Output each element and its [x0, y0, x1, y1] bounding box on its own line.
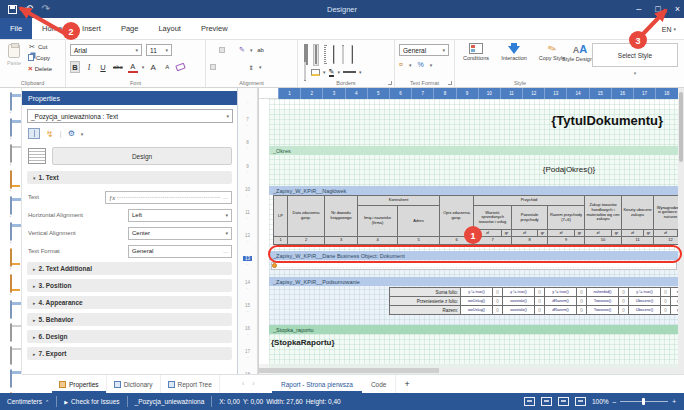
- columns-view-icon[interactable]: [28, 128, 40, 139]
- grow-font-button[interactable]: A: [148, 61, 158, 73]
- font-size-select[interactable]: 11▾: [146, 44, 172, 56]
- close-button[interactable]: ×: [675, 4, 680, 14]
- select-style-chevron[interactable]: ▾: [592, 70, 678, 76]
- band-naglowek[interactable]: _Zapisy_W_KPiR__Nagłówek: [269, 186, 678, 195]
- interaction-button[interactable]: Interaction: [495, 43, 533, 62]
- horizontal-alignment-select[interactable]: Left▾: [128, 209, 232, 222]
- vertical-alignment-select[interactable]: Center▾: [128, 227, 232, 240]
- font-color-chevron[interactable]: ▾: [142, 64, 145, 70]
- check-for-issues-button[interactable]: ▶ Check for Issues: [57, 396, 127, 407]
- ribbon-tab[interactable]: Home: [32, 18, 72, 39]
- tab-report-page[interactable]: Raport - Strona pierwsza: [272, 375, 362, 393]
- ribbon-tab[interactable]: Preview: [191, 18, 238, 39]
- toolbox-item[interactable]: [0, 347, 21, 365]
- zoom-out-button[interactable]: –: [613, 398, 617, 405]
- view-mode-2-icon[interactable]: [541, 397, 552, 406]
- toolbox-item[interactable]: ›: [0, 223, 21, 244]
- ribbon-tab[interactable]: File: [0, 18, 32, 39]
- rotate-text-icon[interactable]: ab: [256, 44, 266, 56]
- text-format-field[interactable]: General…: [128, 245, 232, 258]
- horizontal-scrollbar[interactable]: [259, 368, 678, 373]
- gear-chevron[interactable]: ▾: [81, 131, 84, 137]
- cut-button[interactable]: ✂ Cut: [28, 43, 52, 51]
- collapsed-section[interactable]: ▸2. Text Additional: [27, 262, 232, 275]
- tab-dictionary[interactable]: Dictionary: [107, 375, 161, 393]
- font-family-select[interactable]: Arial▾: [70, 44, 142, 56]
- toolbox-item[interactable]: ›: [0, 93, 21, 114]
- gear-icon[interactable]: ⚙: [68, 129, 75, 138]
- zoom-in-button[interactable]: +: [672, 398, 676, 405]
- toolbox-item[interactable]: [0, 301, 21, 319]
- collapsed-section[interactable]: ▸6. Design: [27, 330, 232, 343]
- podaj-okres-text[interactable]: {PodajOkres()}: [509, 165, 629, 174]
- clear-format-icon[interactable]: [175, 63, 186, 72]
- delete-button[interactable]: × Delete: [28, 64, 52, 73]
- strikethrough-button[interactable]: abc: [112, 61, 124, 73]
- line-spacing-icon[interactable]: ⇕: [246, 61, 256, 73]
- band-podsumowanie[interactable]: _Zapisy_W_KPiR__Podsumowanie: [269, 277, 678, 286]
- paste-button[interactable]: Paste: [4, 44, 24, 76]
- report-page[interactable]: {TytulDokumentu} _Okres {PodajOkres()} _…: [259, 99, 678, 364]
- vertical-scrollbar[interactable]: [678, 88, 684, 374]
- bold-button[interactable]: B: [70, 61, 80, 73]
- align-right-button[interactable]: [228, 64, 234, 70]
- summary-table[interactable]: Suma folio: y != true()()y != true()()y …: [389, 288, 678, 315]
- border-color-icon[interactable]: ✎: [329, 68, 335, 77]
- align-top-button[interactable]: [210, 47, 216, 53]
- copy-button[interactable]: Copy: [28, 54, 52, 61]
- conditions-button[interactable]: Conditions: [457, 43, 495, 62]
- toolbox-item[interactable]: [0, 370, 21, 388]
- percent-format-icon[interactable]: %: [417, 61, 423, 68]
- collapsed-section[interactable]: ▸7. Export: [27, 347, 232, 360]
- band-okres[interactable]: _Okres: [269, 146, 678, 155]
- shrink-font-button[interactable]: A: [162, 61, 172, 73]
- format-brush-icon[interactable]: ✎: [237, 44, 247, 56]
- toolbox-item[interactable]: [0, 324, 21, 342]
- toolbox-item[interactable]: ›: [0, 275, 21, 296]
- events-icon[interactable]: ↯: [46, 129, 54, 139]
- view-mode-1-icon[interactable]: [524, 397, 535, 406]
- text-format-select[interactable]: General▾: [399, 44, 449, 56]
- currency-format-icon[interactable]: ¤: [399, 61, 403, 68]
- toolbox-item[interactable]: ›: [0, 171, 21, 192]
- text-value-input[interactable]: ƒx -------------------------------------…: [105, 191, 232, 204]
- select-style-box[interactable]: Select Style: [592, 43, 678, 67]
- align-left-button[interactable]: [210, 64, 216, 70]
- borders-dialog-launcher[interactable]: [388, 81, 392, 85]
- stopka-raportu-text[interactable]: {StopkaRaportu}: [271, 338, 335, 347]
- collapsed-section[interactable]: ▸3. Position: [27, 279, 232, 292]
- align-bottom-button[interactable]: [228, 47, 234, 53]
- report-title-text[interactable]: {TytulDokumentu}: [409, 113, 663, 128]
- fill-color-icon[interactable]: [311, 69, 320, 76]
- collapsed-section[interactable]: ▸4. Appearance: [27, 296, 232, 309]
- view-mode-4-icon[interactable]: [575, 397, 586, 406]
- selected-row-pozycja-uniewazniona[interactable]: ----------------------------------------…: [271, 262, 677, 270]
- font-color-button[interactable]: A: [128, 61, 138, 73]
- zoom-slider[interactable]: [620, 401, 668, 402]
- units-selector[interactable]: Centimeters⌃: [0, 396, 57, 407]
- view-mode-3-icon[interactable]: [558, 397, 569, 406]
- language-selector[interactable]: EN▾: [662, 18, 676, 40]
- tab-report-tree[interactable]: Report Tree: [161, 375, 220, 393]
- band-stopka[interactable]: _Stopka_raportu: [269, 325, 678, 334]
- section-text[interactable]: ▾1. Text: [27, 171, 232, 184]
- ribbon-tab[interactable]: Insert: [72, 18, 111, 39]
- tab-code[interactable]: Code: [362, 375, 396, 393]
- design-canvas[interactable]: 123456789101112131415161718 {TytulDokume…: [258, 88, 678, 374]
- ribbon-tab[interactable]: Page: [111, 18, 149, 39]
- minimize-button[interactable]: –: [636, 4, 641, 14]
- text-format-dialog-launcher[interactable]: [448, 81, 452, 85]
- align-middle-button[interactable]: [219, 47, 225, 53]
- border-style-icon[interactable]: [343, 71, 356, 73]
- kpir-header-table[interactable]: LP Data zdarzenia gosp. Nr dowodu księgo…: [273, 195, 678, 245]
- toolbox-item[interactable]: ›: [0, 197, 21, 218]
- toolbox-item[interactable]: ›: [0, 119, 21, 140]
- tab-properties[interactable]: Properties: [52, 375, 107, 393]
- underline-button[interactable]: U: [98, 61, 108, 73]
- add-page-button[interactable]: +: [395, 375, 417, 393]
- design-button[interactable]: Design: [52, 147, 232, 165]
- tab-scroll-buttons[interactable]: ‹›: [242, 374, 255, 393]
- toolbox-item[interactable]: ›: [0, 249, 21, 270]
- toolbox-item[interactable]: ›: [0, 145, 21, 166]
- align-justify-button[interactable]: [237, 64, 243, 70]
